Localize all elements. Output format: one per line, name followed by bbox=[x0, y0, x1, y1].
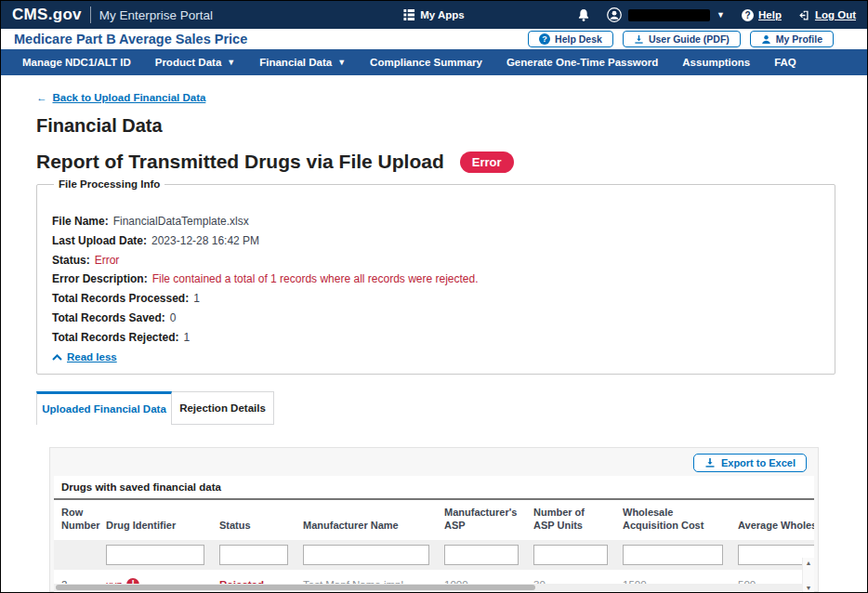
last-upload-date-field: Last Upload Date:2023-12-28 16:42 PM bbox=[52, 231, 820, 251]
filter-wholesale-acquisition-cost-input[interactable] bbox=[623, 545, 723, 565]
col-number-of-asp-units: Number of ASP Units bbox=[526, 506, 615, 532]
scroll-down-icon[interactable]: ▼ bbox=[806, 585, 812, 591]
filter-manufacturers-asp-input[interactable] bbox=[444, 545, 519, 565]
horizontal-scrollbar[interactable] bbox=[54, 584, 803, 591]
chevron-down-icon: ▼ bbox=[717, 11, 725, 20]
total-records-saved-field: Total Records Saved:0 bbox=[52, 309, 820, 328]
user-name-redacted bbox=[628, 9, 710, 21]
user-guide-label: User Guide (PDF) bbox=[649, 33, 730, 45]
total-records-processed-field: Total Records Processed:1 bbox=[52, 289, 820, 309]
help-desk-label: Help Desk bbox=[555, 33, 602, 45]
user-avatar-icon bbox=[607, 7, 622, 22]
file-processing-info-panel: File Processing Info File Name:Financial… bbox=[36, 178, 835, 375]
help-label: Help bbox=[758, 9, 782, 20]
export-to-excel-button[interactable]: Export to Excel bbox=[693, 454, 807, 472]
col-average-wholesale-price: Average Wholesale Price bbox=[730, 519, 814, 532]
nav-product-data[interactable]: Product Data ▼ bbox=[143, 49, 248, 75]
nav-manage-ndc1-alt-id[interactable]: Manage NDC1/ALT ID bbox=[10, 49, 143, 75]
col-manufacturers-asp: Manufacturer's ASP bbox=[437, 506, 526, 532]
download-icon bbox=[704, 457, 716, 468]
tab-uploaded-financial-data[interactable]: Uploaded Financial Data bbox=[36, 391, 172, 425]
nav-faq[interactable]: FAQ bbox=[762, 49, 809, 75]
application-title: Medicare Part B Average Sales Price bbox=[14, 32, 247, 46]
log-out-link[interactable]: Log Out bbox=[798, 9, 856, 21]
scroll-up-icon[interactable]: ▲ bbox=[806, 560, 812, 566]
drugs-table: Drugs with saved financial data Row Numb… bbox=[54, 476, 814, 593]
col-status: Status bbox=[212, 519, 296, 532]
filter-manufacturer-name-input[interactable] bbox=[303, 545, 429, 565]
col-drug-identifier: Drug Identifier bbox=[99, 519, 212, 532]
filter-drug-identifier-input[interactable] bbox=[106, 545, 204, 565]
nav-compliance-summary[interactable]: Compliance Summary bbox=[358, 49, 494, 75]
nav-generate-one-time-password[interactable]: Generate One-Time Password bbox=[494, 49, 670, 75]
total-records-rejected-field: Total Records Rejected:1 bbox=[52, 328, 820, 348]
page-title: Financial Data bbox=[36, 115, 834, 137]
table-filter-row bbox=[54, 540, 814, 570]
portal-name: My Enterprise Portal bbox=[99, 8, 213, 22]
file-name-field: File Name:FinancialDataTemplate.xlsx bbox=[52, 195, 820, 231]
tab-rejection-details[interactable]: Rejection Details bbox=[172, 391, 274, 425]
my-profile-label: My Profile bbox=[776, 33, 822, 45]
my-profile-button[interactable]: My Profile bbox=[750, 31, 834, 47]
table-header-row: Row Number Drug Identifier Status Manufa… bbox=[54, 500, 814, 540]
log-out-icon bbox=[798, 9, 810, 21]
horizontal-scrollbar-thumb[interactable] bbox=[56, 585, 535, 590]
col-row-number: Row Number bbox=[54, 506, 99, 532]
back-arrow-icon: ← bbox=[36, 92, 47, 103]
nav-financial-data[interactable]: Financial Data ▼ bbox=[247, 49, 358, 75]
question-circle-icon: ? bbox=[539, 33, 550, 45]
report-title: Report of Transmitted Drugs via File Upl… bbox=[36, 151, 444, 173]
help-desk-button[interactable]: ? Help Desk bbox=[528, 31, 613, 47]
download-icon bbox=[634, 34, 644, 45]
col-manufacturer-name: Manufacturer Name bbox=[296, 519, 437, 532]
application-bar: Medicare Part B Average Sales Price ? He… bbox=[1, 29, 867, 49]
table-title: Drugs with saved financial data bbox=[54, 476, 814, 500]
status-field: Status:Error bbox=[52, 251, 820, 270]
log-out-label: Log Out bbox=[815, 9, 856, 20]
back-to-upload-link[interactable]: ← Back to Upload Financial Data bbox=[36, 92, 205, 103]
cms-brand-text: CMS.gov bbox=[12, 6, 82, 24]
chevron-down-icon: ▼ bbox=[227, 58, 235, 67]
my-apps-button[interactable]: My Apps bbox=[403, 9, 465, 20]
user-guide-button[interactable]: User Guide (PDF) bbox=[623, 31, 741, 47]
help-circle-icon: ? bbox=[742, 9, 754, 21]
error-description-field: Error Description:File contained a total… bbox=[52, 270, 820, 289]
cms-logo[interactable]: CMS.gov My Enterprise Portal bbox=[12, 6, 213, 24]
read-less-link[interactable]: Read less bbox=[52, 351, 117, 362]
user-account-dropdown[interactable]: ▼ bbox=[607, 7, 725, 22]
my-apps-label: My Apps bbox=[420, 9, 465, 20]
filter-number-of-asp-units-input[interactable] bbox=[533, 545, 608, 565]
col-wholesale-acquisition-cost: Wholesale Acquisition Cost bbox=[615, 506, 730, 532]
help-link[interactable]: ? Help bbox=[742, 9, 782, 21]
chevron-up-icon bbox=[52, 354, 62, 361]
main-navigation: Manage NDC1/ALT ID Product Data ▼ Financ… bbox=[1, 49, 867, 75]
chevron-down-icon: ▼ bbox=[337, 58, 346, 67]
filter-status-input[interactable] bbox=[219, 545, 288, 565]
person-icon bbox=[761, 34, 771, 45]
apps-grid-icon bbox=[403, 9, 414, 20]
top-header-bar: CMS.gov My Enterprise Portal My Apps bbox=[1, 1, 867, 29]
file-processing-info-legend: File Processing Info bbox=[54, 178, 164, 190]
tab-bar: Uploaded Financial Data Rejection Detail… bbox=[36, 391, 834, 425]
app-window: CMS.gov My Enterprise Portal My Apps bbox=[0, 0, 868, 593]
brand-divider bbox=[90, 7, 91, 23]
nav-assumptions[interactable]: Assumptions bbox=[670, 49, 762, 75]
vertical-scrollbar[interactable]: ▲ ▼ bbox=[802, 558, 814, 593]
error-status-badge: Error bbox=[460, 152, 514, 173]
uploaded-data-panel: Export to Excel Drugs with saved financi… bbox=[49, 447, 819, 592]
notification-bell-icon[interactable] bbox=[577, 8, 590, 22]
